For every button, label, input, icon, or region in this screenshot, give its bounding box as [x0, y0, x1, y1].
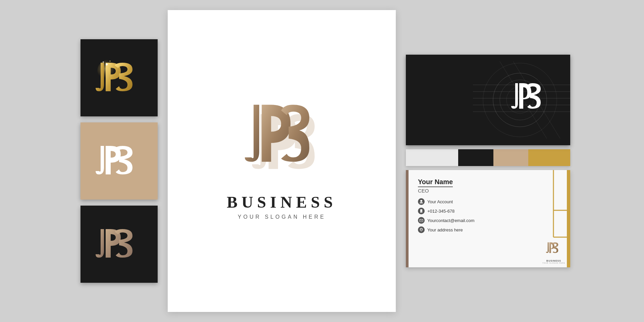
strip-tan — [493, 149, 528, 166]
logo-gold-dark-svg — [94, 53, 144, 103]
main-logo-svg — [235, 92, 329, 186]
card-phone-text: +012-345-678 — [427, 209, 454, 214]
location-icon — [418, 226, 425, 233]
strip-gold — [528, 149, 570, 166]
email-icon — [418, 217, 425, 224]
svg-point-3 — [110, 61, 111, 62]
phone-icon — [418, 208, 425, 214]
strip-black — [458, 149, 493, 166]
thumb-dark-muted[interactable] — [80, 206, 158, 283]
svg-point-15 — [420, 200, 422, 202]
card-dark-logo — [510, 77, 550, 122]
thumb-tan-white[interactable] — [80, 122, 158, 200]
card-person-title: CEO — [418, 188, 517, 194]
main-logo-display: BUSINESS YOUR SLOGAN HERE — [168, 10, 396, 312]
card-front-dark — [406, 55, 570, 145]
strip-white — [406, 149, 458, 166]
svg-point-19 — [421, 229, 422, 230]
card-email-text: Yourcontact@email.com — [427, 218, 475, 223]
card-person-name: Your Name — [418, 178, 453, 187]
business-slogan: YOUR SLOGAN HERE — [238, 214, 326, 220]
card-color-strip — [406, 149, 570, 166]
card-account-row: Your Account — [418, 198, 517, 205]
card-account-text: Your Account — [427, 199, 453, 204]
logo-muted-dark-svg — [94, 219, 144, 269]
logo-white-tan-svg — [94, 136, 144, 186]
right-column: Your Name CEO Your Account +012-345-678 — [406, 55, 574, 267]
card-dark-logo-svg — [510, 77, 550, 121]
card-right-decoration: BUSINESS YOUR SLOGAN HERE — [527, 170, 570, 267]
svg-point-2 — [103, 61, 104, 63]
account-icon — [418, 198, 425, 205]
thumbnail-column — [80, 39, 158, 283]
thumb-dark-gold[interactable] — [80, 39, 158, 116]
card-address-row: Your address here — [418, 226, 517, 233]
card-left-accent — [406, 170, 409, 267]
card-phone-row: +012-345-678 — [418, 208, 517, 214]
main-logo-area: BUSINESS YOUR SLOGAN HERE — [227, 92, 337, 220]
card-email-row: Yourcontact@email.com — [418, 217, 517, 224]
svg-point-17 — [421, 212, 422, 212]
card-contact-content: Your Name CEO Your Account +012-345-678 — [409, 170, 527, 267]
main-container: BUSINESS YOUR SLOGAN HERE — [0, 0, 644, 322]
card-address-text: Your address here — [427, 227, 463, 232]
business-name: BUSINESS — [227, 193, 337, 211]
svg-point-1 — [106, 63, 108, 65]
card-mini-logo: BUSINESS YOUR SLOGAN HERE — [542, 240, 565, 264]
card-back-white: Your Name CEO Your Account +012-345-678 — [406, 170, 570, 267]
svg-rect-23 — [567, 170, 570, 267]
card-mini-logo-svg — [545, 240, 562, 258]
